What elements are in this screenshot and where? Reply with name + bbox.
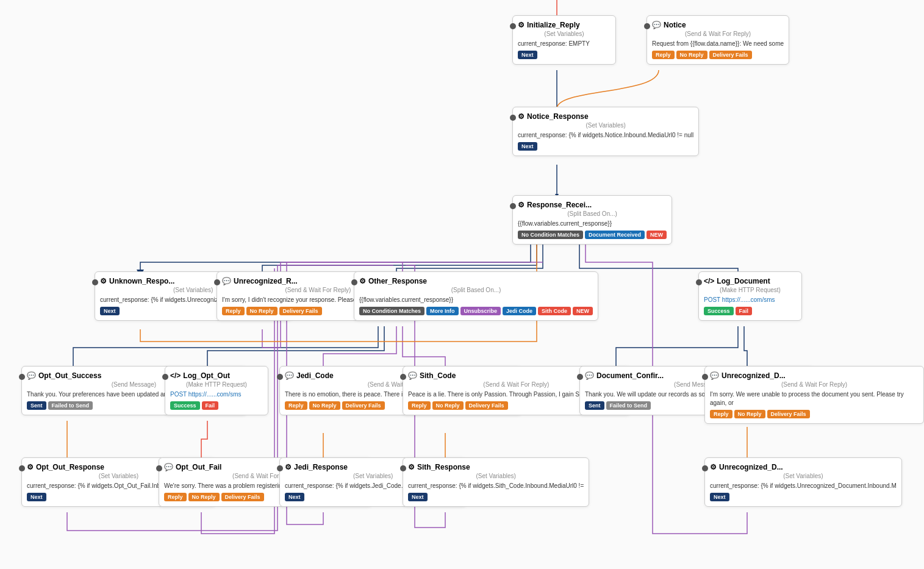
node-dot-unrecognized_d_bot <box>702 465 708 471</box>
send-reply-icon: 💬 <box>285 371 294 380</box>
node-dot-initialize_reply <box>510 23 516 29</box>
http-icon: </> <box>704 277 714 285</box>
btn-other_response-4[interactable]: Sith Code <box>538 307 571 315</box>
btn-unrecognized_d_top-1[interactable]: No Reply <box>734 410 765 418</box>
set-var-icon: ⚙ <box>518 112 525 121</box>
btn-jedi_response-0[interactable]: Next <box>285 493 304 501</box>
btn-response_recei-2[interactable]: NEW <box>646 231 667 239</box>
node-buttons-notice_response: Next <box>518 142 693 151</box>
node-title-response_recei: Response_Recei... <box>527 201 592 209</box>
btn-log_opt_out-0[interactable]: Success <box>170 401 200 410</box>
node-header-other_response: ⚙Other_Response <box>359 277 593 285</box>
node-title-initialize_reply: Initialize_Reply <box>527 21 580 29</box>
node-dot-other_response <box>351 279 357 285</box>
node-title-opt_out_success: Opt_Out_Success <box>38 371 101 380</box>
btn-sith_response-0[interactable]: Next <box>408 493 428 501</box>
set-var-icon: ⚙ <box>408 463 415 471</box>
btn-other_response-1[interactable]: More Info <box>426 307 459 315</box>
node-body-link-log_document: POST https://......com/sms <box>704 296 797 304</box>
btn-log_document-1[interactable]: Fail <box>736 307 753 315</box>
btn-unrecognized_d_bot-0[interactable]: Next <box>710 493 729 501</box>
set-var-icon: ⚙ <box>518 21 525 29</box>
set-var-icon: ⚙ <box>100 277 107 285</box>
btn-notice-0[interactable]: Reply <box>652 51 675 59</box>
node-header-notice: 💬Notice <box>652 21 784 29</box>
node-type-sith_response: (Set Variables) <box>408 473 584 479</box>
node-type-notice_response: (Set Variables) <box>518 122 693 129</box>
btn-unrecognized_d_top-2[interactable]: Delivery Fails <box>767 410 810 418</box>
node-initialize_reply: ⚙Initialize_Reply(Set Variables)current_… <box>512 15 616 65</box>
node-dot-log_document <box>696 279 702 285</box>
send-msg-icon: 💬 <box>585 371 594 380</box>
node-header-initialize_reply: ⚙Initialize_Reply <box>518 21 611 29</box>
btn-other_response-0[interactable]: No Condition Matches <box>359 307 424 315</box>
node-header-unrecognized_d_bot: ⚙Unrecognized_D... <box>710 463 897 471</box>
node-title-notice_response: Notice_Response <box>527 112 589 121</box>
node-body-response_recei: {{flow.variables.current_response}} <box>518 220 667 228</box>
btn-opt_out_fail-0[interactable]: Reply <box>164 493 187 501</box>
btn-notice-1[interactable]: No Reply <box>676 51 707 59</box>
node-title-unrecognized_r: Unrecognized_R... <box>234 277 298 285</box>
node-dot-response_recei <box>510 203 516 209</box>
btn-initialize_reply-0[interactable]: Next <box>518 51 537 59</box>
node-header-sith_response: ⚙Sith_Response <box>408 463 584 471</box>
btn-notice-2[interactable]: Delivery Fails <box>709 51 752 59</box>
node-body-notice: Request from {{flow.data.name}}: We need… <box>652 40 784 48</box>
node-dot-unrecognized_r <box>214 279 220 285</box>
node-title-unrecognized_d_bot: Unrecognized_D... <box>719 463 783 471</box>
node-title-log_document: Log_Document <box>717 277 770 285</box>
btn-jedi_code-1[interactable]: No Reply <box>309 401 340 410</box>
node-body-unrecognized_d_bot: current_response: {% if widgets.Unrecogn… <box>710 482 897 490</box>
btn-unrecognized_r-0[interactable]: Reply <box>222 307 245 315</box>
btn-other_response-3[interactable]: Jedi Code <box>503 307 536 315</box>
node-type-unrecognized_d_top: (Send & Wait For Reply) <box>710 381 919 388</box>
btn-unrecognized_d_top-0[interactable]: Reply <box>710 410 732 418</box>
node-title-opt_out_fail: Opt_Out_Fail <box>176 463 221 471</box>
btn-opt_out_response-0[interactable]: Next <box>27 493 46 501</box>
btn-log_document-0[interactable]: Success <box>704 307 734 315</box>
btn-opt_out_success-1[interactable]: Failed to Send <box>48 401 93 410</box>
node-title-notice: Notice <box>664 21 686 29</box>
node-body-other_response: {{flow.variables.current_response}} <box>359 296 593 304</box>
btn-response_recei-0[interactable]: No Condition Matches <box>518 231 583 239</box>
btn-unrecognized_r-1[interactable]: No Reply <box>246 307 278 315</box>
node-buttons-other_response: No Condition MatchesMore InfoUnsubscribe… <box>359 307 593 315</box>
btn-unrecognized_r-2[interactable]: Delivery Fails <box>279 307 322 315</box>
btn-unknown_respo-0[interactable]: Next <box>100 307 120 315</box>
btn-log_opt_out-1[interactable]: Fail <box>202 401 219 410</box>
node-sith_response: ⚙Sith_Response(Set Variables)current_res… <box>403 457 589 507</box>
node-title-other_response: Other_Response <box>368 277 427 285</box>
node-unrecognized_d_bot: ⚙Unrecognized_D...(Set Variables)current… <box>704 457 902 507</box>
btn-opt_out_success-0[interactable]: Sent <box>27 401 46 410</box>
send-reply-icon: 💬 <box>164 463 173 471</box>
btn-notice_response-0[interactable]: Next <box>518 142 537 151</box>
node-dot-jedi_code <box>277 374 283 380</box>
btn-sith_code-0[interactable]: Reply <box>408 401 431 410</box>
btn-response_recei-1[interactable]: Document Received <box>585 231 645 239</box>
split-icon: ⚙ <box>359 277 366 285</box>
btn-jedi_code-0[interactable]: Reply <box>285 401 307 410</box>
node-header-response_recei: ⚙Response_Recei... <box>518 201 667 209</box>
btn-jedi_code-2[interactable]: Delivery Fails <box>342 401 385 410</box>
http-icon: </> <box>170 371 181 380</box>
node-notice: 💬Notice(Send & Wait For Reply)Request fr… <box>646 15 789 65</box>
node-body-notice_response: current_response: {% if widgets.Notice.I… <box>518 131 693 140</box>
node-dot-sith_response <box>400 465 406 471</box>
btn-document_confir-1[interactable]: Failed to Send <box>606 401 651 410</box>
node-buttons-log_document: SuccessFail <box>704 307 797 315</box>
btn-opt_out_fail-2[interactable]: Delivery Fails <box>221 493 264 501</box>
btn-document_confir-0[interactable]: Sent <box>585 401 604 410</box>
set-var-icon: ⚙ <box>710 463 717 471</box>
node-notice_response: ⚙Notice_Response(Set Variables)current_r… <box>512 107 699 156</box>
node-title-document_confir: Document_Confir... <box>596 371 664 380</box>
node-dot-opt_out_fail <box>156 465 162 471</box>
btn-other_response-2[interactable]: Unsubscribe <box>460 307 501 315</box>
btn-opt_out_fail-1[interactable]: No Reply <box>188 493 220 501</box>
node-buttons-response_recei: No Condition MatchesDocument ReceivedNEW <box>518 231 667 239</box>
node-buttons-notice: ReplyNo ReplyDelivery Fails <box>652 51 784 59</box>
btn-sith_code-2[interactable]: Delivery Fails <box>465 401 508 410</box>
btn-sith_code-1[interactable]: No Reply <box>432 401 464 410</box>
btn-other_response-5[interactable]: NEW <box>573 307 593 315</box>
node-dot-unknown_respo <box>92 279 98 285</box>
node-title-jedi_response: Jedi_Response <box>294 463 348 471</box>
